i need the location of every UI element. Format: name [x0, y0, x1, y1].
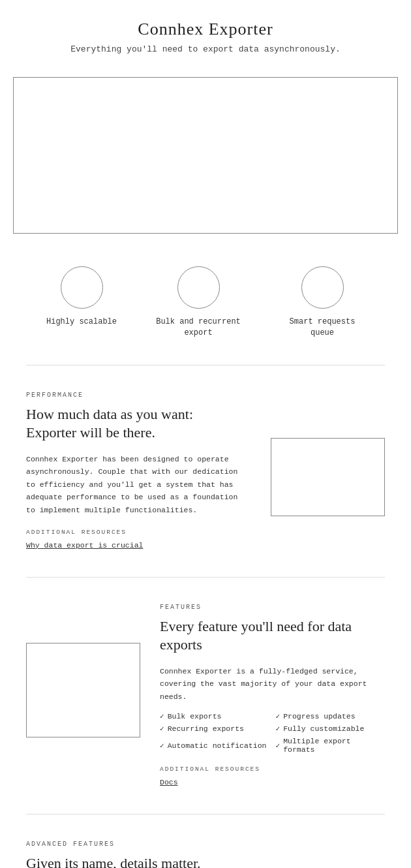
checklist-label-recurring: Recurring exports [168, 724, 244, 733]
feature-item-queue: Smart requests queue [280, 266, 365, 339]
feature-circle-scalable [61, 266, 103, 309]
divider-1 [26, 365, 385, 365]
features-tag: FEATURES [160, 604, 385, 611]
page-wrapper: Connhex Exporter Everything you'll need … [0, 0, 411, 868]
perf-resources-label: ADDITIONAL RESOURCES [26, 529, 251, 536]
feature-circle-queue [301, 266, 344, 309]
features-heading: Every feature you'll need for data expor… [160, 617, 385, 655]
feature-circle-bulk [177, 266, 220, 309]
advanced-heading: Given its name, details matter. [26, 854, 209, 868]
checklist-label-progress: Progress updates [283, 712, 355, 721]
performance-section: PERFORMANCE How much data as you want: E… [0, 372, 411, 570]
page-title: Connhex Exporter [13, 20, 398, 39]
advanced-section: ADVANCED FEATURES Given its name, detail… [0, 821, 411, 868]
feature-label-queue: Smart requests queue [280, 317, 365, 339]
advanced-tag: ADVANCED FEATURES [26, 841, 385, 848]
feature-label-scalable: Highly scalable [46, 317, 117, 328]
check-icon-bulk-exports: ✓ [160, 712, 164, 721]
check-icon-notification: ✓ [160, 741, 164, 750]
check-icon-progress: ✓ [276, 712, 281, 721]
features-checklist: ✓ Bulk exports ✓ Progress updates ✓ Recu… [160, 712, 385, 754]
perf-content: How much data as you want: Exporter will… [26, 405, 385, 551]
perf-left: How much data as you want: Exporter will… [26, 405, 251, 551]
features-additional-resources: ADDITIONAL RESOURCES Docs [160, 766, 385, 788]
features-body: Connhex Exporter is a fully-fledged serv… [160, 665, 385, 704]
checklist-label-formats: Multiple export formats [283, 737, 385, 754]
checklist-item-progress: ✓ Progress updates [276, 712, 386, 721]
checklist-label-customizable: Fully customizable [283, 724, 364, 733]
checklist-item-bulk-exports: ✓ Bulk exports [160, 712, 269, 721]
checklist-label-bulk-exports: Bulk exports [168, 712, 222, 721]
check-icon-formats: ✓ [276, 741, 281, 750]
perf-tag: PERFORMANCE [26, 392, 385, 399]
checklist-item-recurring: ✓ Recurring exports [160, 724, 269, 733]
hero-image-box [13, 77, 398, 234]
page-subtitle: Everything you'll need to export data as… [13, 44, 398, 54]
checklist-item-notification: ✓ Automatic notification [160, 737, 269, 754]
advanced-content: Given its name, details matter. Since th… [26, 854, 385, 868]
divider-2 [26, 577, 385, 578]
checklist-label-notification: Automatic notification [168, 741, 267, 750]
feature-label-bulk: Bulk and recurrent export [156, 317, 241, 339]
features-right: FEATURES Every feature you'll need for d… [160, 604, 385, 788]
features-resources-link[interactable]: Docs [160, 778, 178, 786]
advanced-left: Given its name, details matter. Since th… [26, 854, 261, 868]
features-section: FEATURES Every feature you'll need for d… [0, 584, 411, 808]
features-row: Highly scalable Bulk and recurrent expor… [0, 253, 411, 358]
check-icon-customizable: ✓ [276, 724, 281, 733]
check-icon-recurring: ✓ [160, 724, 164, 733]
feature-item-scalable: Highly scalable [46, 266, 117, 339]
perf-heading: How much data as you want: Exporter will… [26, 405, 209, 442]
divider-3 [26, 814, 385, 814]
features-resources-label: ADDITIONAL RESOURCES [160, 766, 385, 773]
perf-additional-resources: ADDITIONAL RESOURCES Why data export is … [26, 529, 251, 551]
perf-body: Connhex Exporter has been designed to op… [26, 453, 251, 517]
header: Connhex Exporter Everything you'll need … [0, 0, 411, 67]
checklist-item-formats: ✓ Multiple export formats [276, 737, 386, 754]
features-image-box [26, 643, 140, 737]
features-left [26, 604, 140, 737]
feature-item-bulk: Bulk and recurrent export [156, 266, 241, 339]
perf-resources-link[interactable]: Why data export is crucial [26, 541, 143, 550]
advanced-right [281, 854, 385, 868]
perf-right [271, 405, 385, 516]
perf-image-box [271, 438, 385, 516]
checklist-item-customizable: ✓ Fully customizable [276, 724, 386, 733]
